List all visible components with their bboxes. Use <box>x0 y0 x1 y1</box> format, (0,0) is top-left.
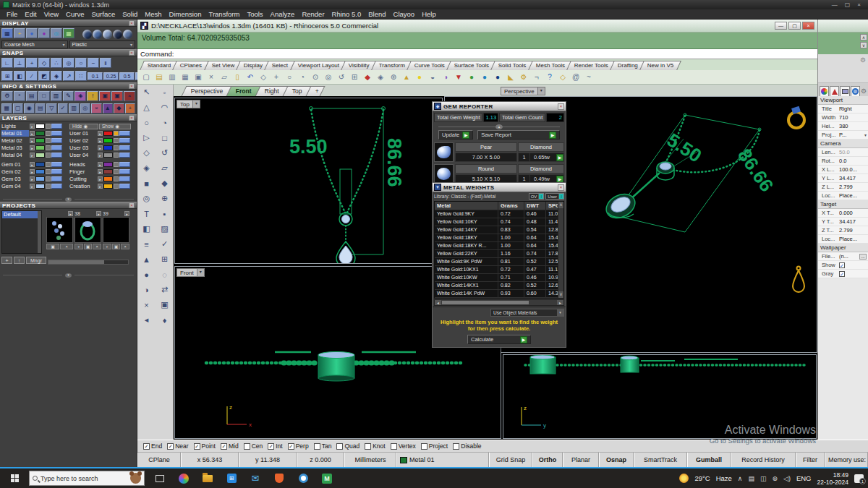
modeling-tool-icon[interactable]: ◇ <box>137 145 156 160</box>
menu-item[interactable]: Curve <box>62 10 88 18</box>
info-tool-icon[interactable]: □ <box>38 91 50 101</box>
info-settings-section-header[interactable]: INFO & SETTINGS× <box>0 82 137 90</box>
toolbar-icon[interactable]: ⊙ <box>310 72 321 82</box>
browser-icon[interactable] <box>294 470 312 487</box>
toolbar-icon[interactable]: ◇ <box>557 72 569 82</box>
checkbox[interactable] <box>453 443 459 450</box>
close-icon[interactable]: × <box>129 50 135 56</box>
language-indicator[interactable]: ENG <box>796 474 812 482</box>
table-row[interactable]: White Gold:9K PdW 0.81 0.52 12.5 <box>435 258 563 266</box>
layer-visibility-bar[interactable] <box>51 162 62 167</box>
modeling-tool-icon[interactable]: × <box>137 297 156 312</box>
volume-icon[interactable]: ◁) <box>783 475 791 482</box>
property-row[interactable]: Y L...34.417 <box>818 174 868 183</box>
metal-weights-titlebar[interactable]: ▼ METAL WEIGHTS × <box>433 183 566 192</box>
modeling-tool-icon[interactable]: ◎ <box>137 191 156 206</box>
osnap-option[interactable]: Cen <box>244 442 263 450</box>
search-input[interactable]: Type here to search <box>29 471 145 486</box>
display-mode-icon[interactable]: ▦ <box>63 28 75 38</box>
projects-section-header[interactable]: PROJECTS× <box>0 202 137 209</box>
vertical-scrollbar[interactable]: ∧∨ <box>558 202 563 298</box>
menu-item[interactable]: Clayoo <box>390 10 419 18</box>
units-pane[interactable]: Millimeters <box>344 453 396 467</box>
toolbar-icon[interactable]: ↺ <box>336 72 347 82</box>
osnap-option[interactable]: Knot <box>365 442 386 450</box>
lock-icon[interactable] <box>114 162 119 167</box>
modeling-tool-icon[interactable]: ↺ <box>156 145 174 160</box>
layer-expand-icon[interactable]: ▸ <box>30 124 35 129</box>
gem-row[interactable]: Pear Diamond 7.00 X 5.00 10.65tw▶ <box>433 142 566 163</box>
osnap-option[interactable]: Quad <box>336 442 359 450</box>
layer-color-swatch[interactable] <box>35 124 45 129</box>
info-tool-icon[interactable]: ✓ <box>58 103 69 114</box>
layer-visibility-bar[interactable] <box>51 145 62 150</box>
project-list[interactable]: Default <box>1 210 42 254</box>
info-tool-icon[interactable]: ▤ <box>35 103 46 114</box>
display-mode-icon[interactable]: ● <box>38 28 50 38</box>
osnap-option[interactable]: ✓ Point <box>194 442 216 450</box>
teams-tray-icon[interactable]: ◫ <box>760 475 767 482</box>
tab-web[interactable]: ◍ <box>851 86 860 96</box>
menu-item[interactable]: Solid <box>119 10 141 18</box>
minimize-icon[interactable]: — <box>775 22 787 30</box>
toolbar-icon[interactable]: ○ <box>284 72 295 82</box>
toolbar-icon[interactable]: ◈ <box>375 72 386 82</box>
layer-expand-icon[interactable]: ▸ <box>30 184 35 189</box>
toolbar-icon[interactable]: ▢ <box>140 72 152 82</box>
lock-icon[interactable] <box>114 169 119 174</box>
lock-icon[interactable] <box>114 145 119 150</box>
toolbar-icon[interactable]: ▱ <box>218 72 230 82</box>
info-tool-icon[interactable]: + <box>125 103 136 114</box>
snap-value-button[interactable]: 0.5 <box>119 72 135 80</box>
layer-expand-icon[interactable]: ▸ <box>98 131 103 136</box>
update-button[interactable]: Update▶ <box>438 130 473 140</box>
display-mode-icon[interactable]: ▦ <box>1 28 13 38</box>
gear-icon[interactable]: ⚙ <box>861 87 867 96</box>
thumb-delete-icon[interactable]: × <box>60 244 73 249</box>
wallpaper-file-row[interactable]: File... (n... ... <box>818 252 868 261</box>
thumb-menu-icon[interactable]: ▸ <box>124 211 129 216</box>
close-icon[interactable]: × <box>129 20 135 26</box>
layer-color-swatch[interactable] <box>103 138 113 143</box>
layer-expand-icon[interactable]: ▸ <box>30 169 35 174</box>
property-row[interactable]: Proj...P...▾ <box>818 131 868 140</box>
snap-icon[interactable]: − <box>88 58 99 68</box>
toolbar-icon[interactable]: ◒ <box>427 72 438 82</box>
layer-color-swatch[interactable] <box>103 131 113 136</box>
thumb-delete-icon[interactable]: × <box>121 244 129 249</box>
display-mode-icon[interactable]: + <box>14 28 25 38</box>
modeling-tool-icon[interactable]: ◠ <box>156 100 174 115</box>
lock-icon[interactable] <box>46 131 51 136</box>
snap-icon[interactable]: ⊥ <box>14 58 25 68</box>
tab-render[interactable] <box>830 86 839 96</box>
panel-collapse-handle[interactable]: ▾ <box>0 273 137 278</box>
lock-icon[interactable] <box>46 184 51 189</box>
modeling-tool-icon[interactable]: ⊞ <box>156 252 174 267</box>
checkbox[interactable]: ✓ <box>839 262 845 268</box>
microsoft-store-icon[interactable]: ⊞ <box>223 470 240 487</box>
tab-display[interactable] <box>840 86 849 96</box>
checkbox[interactable]: ✓ <box>221 443 227 450</box>
close-icon[interactable]: × <box>558 184 564 191</box>
lock-icon[interactable] <box>114 176 119 181</box>
layer-color-swatch[interactable] <box>103 162 113 167</box>
weather-temp[interactable]: 29°C <box>694 474 710 482</box>
layer-row[interactable]: Metal 02 ▸ <box>0 137 67 144</box>
menu-item[interactable]: Transform <box>205 10 243 18</box>
modeling-tool-icon[interactable]: △ <box>137 100 156 115</box>
toolbar-icon[interactable]: ◑ <box>440 72 451 82</box>
restore-icon[interactable]: ▢ <box>788 22 801 30</box>
layer-color-swatch[interactable] <box>35 169 45 174</box>
modeling-tool-icon[interactable]: ▪ <box>156 206 174 221</box>
layer-visibility-bar[interactable] <box>51 124 62 129</box>
layer-row[interactable]: Creation ▸ <box>68 183 135 189</box>
lock-icon[interactable] <box>46 153 51 158</box>
property-row[interactable]: Len...50.0 <box>818 148 868 157</box>
modeling-tool-icon[interactable]: ▨ <box>156 221 174 236</box>
snap-icon[interactable]: ∟ <box>1 58 13 68</box>
osnap-option[interactable]: Vertex <box>391 442 416 450</box>
layer-color-swatch[interactable] <box>103 145 113 150</box>
table-row[interactable]: Yellow Gold:14KY 0.83 0.54 12.8 <box>435 226 563 234</box>
checkbox[interactable]: ✓ <box>268 443 274 450</box>
close-icon[interactable]: × <box>129 83 135 89</box>
